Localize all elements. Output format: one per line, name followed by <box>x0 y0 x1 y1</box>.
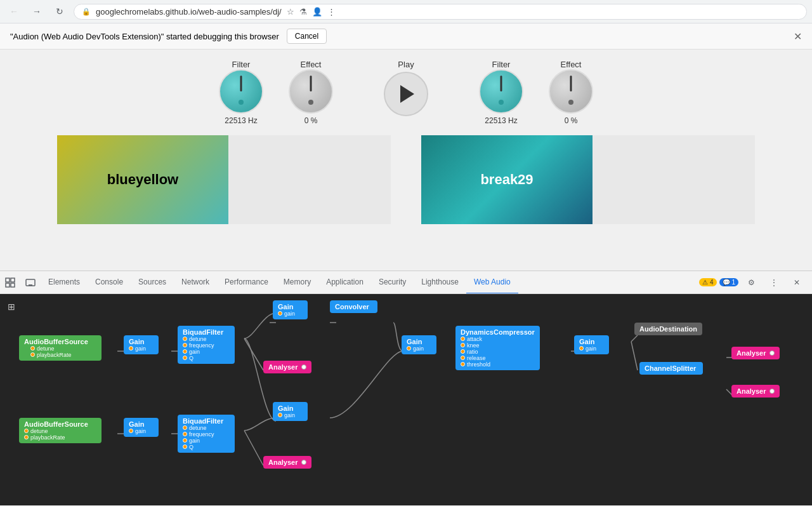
warning-badge: ⚠ 4 <box>699 278 716 286</box>
node-title: BiquadFilter <box>183 328 230 336</box>
node-channel-splitter[interactable]: ChannelSplitter <box>639 362 703 375</box>
tab-network[interactable]: Network <box>174 271 217 294</box>
notification-bar: "Audion (Web Audio DevTools Extension)" … <box>0 23 812 50</box>
graph-tool-btn[interactable]: ⊞ <box>5 299 18 314</box>
profile-icon[interactable]: 👤 <box>312 7 322 17</box>
node-title: AudioBufferSource <box>24 338 96 345</box>
node-param-gain: gain <box>129 345 154 352</box>
controls-row: Filter 22513 Hz Effect 0 % Play <box>219 60 593 125</box>
tab-application[interactable]: Application <box>318 271 371 294</box>
inspect-icon-btn[interactable] <box>0 272 20 293</box>
node-dynamics-compressor[interactable]: DynamicsCompressor attack knee ratio rel… <box>455 326 540 370</box>
node-gain-1[interactable]: Gain gain <box>124 335 159 354</box>
node-param-release: release <box>461 355 535 361</box>
tab-security[interactable]: Security <box>371 271 414 294</box>
node-gain-6[interactable]: Gain gain <box>273 402 308 421</box>
right-filter-value: 22513 Hz <box>485 116 517 125</box>
sample-gap <box>401 135 411 224</box>
node-title: Gain <box>278 404 303 412</box>
responsive-icon-btn[interactable] <box>20 272 41 293</box>
node-analyser-4[interactable]: Analyser <box>263 456 311 469</box>
knob-dot <box>308 100 313 105</box>
devtools-tab-icons: ⚠ 4 💬 1 ⚙ ⋮ ✕ <box>699 272 812 293</box>
node-param-gain2: gain <box>183 349 230 355</box>
node-title: AudioBufferSource <box>24 420 96 428</box>
tab-sources[interactable]: Sources <box>131 271 174 294</box>
node-title: Analyser <box>268 363 298 371</box>
tab-memory[interactable]: Memory <box>276 271 318 294</box>
node-param-frequency: frequency <box>183 342 230 349</box>
knob-indicator <box>310 76 312 91</box>
message-badge: 💬 1 <box>719 278 738 286</box>
right-effect-knob-group: Effect 0 % <box>549 60 593 125</box>
url-text: googlechromelabs.github.io/web-audio-sam… <box>96 7 282 17</box>
left-filter-knob[interactable] <box>219 69 263 114</box>
left-filter-label: Filter <box>232 60 251 69</box>
right-filter-knob[interactable] <box>479 69 523 114</box>
node-param-detune: detune <box>183 336 230 342</box>
knob-dot <box>499 100 504 105</box>
webpage-content: Filter 22513 Hz Effect 0 % Play <box>0 50 812 271</box>
node-param-ratio: ratio <box>461 349 535 355</box>
cancel-button[interactable]: Cancel <box>287 29 327 44</box>
knob-dot <box>568 100 573 105</box>
left-effect-knob-group: Effect 0 % <box>289 60 333 125</box>
tab-console[interactable]: Console <box>88 271 131 294</box>
sample-name-2: break29 <box>480 171 533 188</box>
left-effect-knob[interactable] <box>289 69 333 114</box>
right-effect-knob[interactable] <box>549 69 593 114</box>
back-button[interactable]: ← <box>5 3 23 20</box>
menu-icon[interactable]: ⋮ <box>327 7 336 17</box>
node-gain-2[interactable]: Gain gain <box>273 300 308 319</box>
node-analyser-1[interactable]: Analyser <box>263 361 311 373</box>
graph-toolbar: ⊞ <box>5 299 18 314</box>
node-title: Gain <box>407 338 431 345</box>
left-filter-knob-group: Filter 22513 Hz <box>219 60 263 125</box>
left-filter-value: 22513 Hz <box>225 116 257 125</box>
right-effect-value: 0 % <box>565 116 578 125</box>
node-audio-destination[interactable]: AudioDestination <box>634 323 702 335</box>
close-devtools-btn[interactable]: ✕ <box>787 272 807 293</box>
tab-performance[interactable]: Performance <box>217 271 276 294</box>
knob-indicator <box>570 76 572 91</box>
play-button[interactable] <box>384 72 428 116</box>
tab-web-audio[interactable]: Web Audio <box>466 271 518 294</box>
play-label: Play <box>398 60 414 69</box>
extension-icon[interactable]: ⚗ <box>299 7 307 17</box>
node-biquad-filter-1[interactable]: BiquadFilter detune frequency gain Q <box>178 326 235 364</box>
node-convolver[interactable]: Convolver <box>330 300 377 313</box>
node-gain-4[interactable]: Gain gain <box>574 335 609 354</box>
node-gain-5[interactable]: Gain gain <box>124 418 159 437</box>
bookmark-icon[interactable]: ☆ <box>287 7 294 17</box>
tab-elements[interactable]: Elements <box>41 271 88 294</box>
node-analyser-2[interactable]: Analyser <box>731 347 780 359</box>
reload-button[interactable]: ↻ <box>51 3 69 20</box>
node-gain-3[interactable]: Gain gain <box>402 335 436 354</box>
svg-rect-5 <box>29 284 32 286</box>
sample-gradient-2: break29 <box>421 135 593 224</box>
node-audio-buffer-source-2[interactable]: AudioBufferSource detune playbackRate <box>19 418 102 443</box>
node-title: Convolver <box>335 303 372 311</box>
node-param-q: Q <box>183 355 230 361</box>
knob-dot <box>239 100 244 105</box>
tab-lighthouse[interactable]: Lighthouse <box>414 271 466 294</box>
more-icon-btn[interactable]: ⋮ <box>764 272 784 293</box>
node-biquad-filter-2[interactable]: BiquadFilter detune frequency gain Q <box>178 415 235 453</box>
node-param-attack: attack <box>461 336 535 342</box>
settings-icon-btn[interactable]: ⚙ <box>741 272 761 293</box>
node-param-playbackrate: playbackRate <box>24 352 96 358</box>
devtools-tabs: Elements Console Sources Network Perform… <box>0 271 812 294</box>
address-bar[interactable]: 🔒 googlechromelabs.github.io/web-audio-s… <box>74 4 807 20</box>
node-param-gain: gain <box>407 345 431 352</box>
node-audio-buffer-source-1[interactable]: AudioBufferSource detune playbackRate <box>19 335 102 361</box>
forward-button[interactable]: → <box>28 3 46 20</box>
node-param-detune: detune <box>24 428 96 434</box>
close-notification-button[interactable]: ✕ <box>794 30 802 43</box>
node-param-knee: knee <box>461 342 535 349</box>
node-param-detune: detune <box>24 345 96 352</box>
node-analyser-3[interactable]: Analyser <box>731 385 780 398</box>
sample-waveform-2 <box>593 135 755 224</box>
svg-rect-3 <box>11 283 15 287</box>
node-title: Analyser <box>737 387 766 395</box>
node-title: Gain <box>129 338 154 345</box>
